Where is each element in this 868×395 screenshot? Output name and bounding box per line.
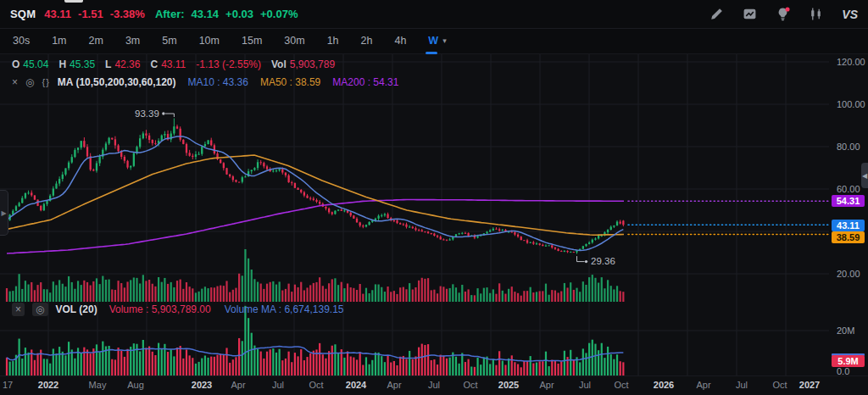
time-label: Oct bbox=[309, 380, 323, 390]
time-axis[interactable]: 172022MayAug2023AprJulOct2024AprJulOct20… bbox=[0, 376, 868, 395]
timeframe-1h[interactable]: 1h bbox=[316, 29, 350, 54]
high-price-annotation: 93.39 bbox=[135, 108, 159, 119]
high-value: 45.35 bbox=[70, 58, 95, 70]
time-label: Apr bbox=[539, 380, 554, 390]
price-badge: 54.31 bbox=[832, 195, 865, 207]
volume-tick: 20M bbox=[837, 325, 854, 336]
high-label: H bbox=[58, 58, 66, 70]
time-label: 2027 bbox=[799, 380, 820, 390]
time-label: Aug bbox=[127, 380, 144, 390]
time-label: 17 bbox=[3, 380, 13, 390]
after-hours-change: +0.03 bbox=[225, 8, 253, 20]
settings-icon[interactable]: ◎ bbox=[32, 303, 47, 316]
ma50-value: MA50 : 38.59 bbox=[260, 76, 320, 88]
time-label: Oct bbox=[463, 380, 477, 390]
price-tick: 20.00 bbox=[837, 269, 860, 279]
symbol-header: SQM 43.11 -1.51 -3.38% After: 43.14 +0.0… bbox=[0, 0, 868, 29]
ma200-value: MA200 : 54.31 bbox=[332, 76, 398, 88]
price-tick: 80.00 bbox=[837, 142, 860, 152]
timeframe-30m[interactable]: 30m bbox=[273, 29, 315, 54]
timeframe-4h[interactable]: 4h bbox=[383, 29, 417, 54]
open-value: 45.04 bbox=[23, 58, 48, 70]
time-label: 2022 bbox=[38, 380, 58, 390]
after-hours-price: 43.14 bbox=[192, 8, 220, 20]
timeframe-30s[interactable]: 30s bbox=[2, 29, 41, 54]
time-label: Apr bbox=[387, 380, 401, 390]
right-panel-toggle[interactable]: ◀ bbox=[861, 163, 868, 188]
close-icon[interactable]: × bbox=[12, 76, 18, 88]
timeframe-1m[interactable]: 1m bbox=[41, 29, 77, 54]
timeframe-2m[interactable]: 2m bbox=[78, 29, 114, 54]
timeframe-toolbar: 30s1m2m3m5m10m15m30m1h2h4hW▾ bbox=[0, 29, 868, 54]
change-value: -1.13 (-2.55%) bbox=[196, 58, 261, 70]
timeframe-w[interactable]: W bbox=[417, 29, 449, 54]
time-label: Apr bbox=[231, 380, 245, 390]
ma10-value: MA10 : 43.36 bbox=[188, 76, 248, 88]
ideas-icon[interactable] bbox=[776, 7, 790, 21]
chevron-left-icon: ◀ bbox=[862, 172, 867, 180]
volume-badge: 5.9M bbox=[832, 355, 865, 367]
close-icon[interactable]: × bbox=[12, 303, 25, 316]
time-label: 2026 bbox=[654, 380, 674, 390]
symbol-name[interactable]: SQM bbox=[10, 8, 36, 20]
timeframe-3m[interactable]: 3m bbox=[114, 29, 151, 54]
price-badge: 38.59 bbox=[832, 231, 865, 243]
low-value: 42.36 bbox=[114, 58, 140, 70]
chevron-right-icon: ▶ bbox=[1, 209, 6, 217]
trading-app-window: SQM 43.11 -1.51 -3.38% After: 43.14 +0.0… bbox=[0, 0, 868, 395]
time-label: 2023 bbox=[192, 380, 212, 390]
vol-label: Vol bbox=[271, 58, 287, 70]
vol-value: 5,903,789 bbox=[290, 58, 335, 70]
time-label: Oct bbox=[614, 380, 628, 390]
time-label: Jul bbox=[428, 380, 440, 390]
volume-ma-value: Volume MA : 6,674,139.15 bbox=[225, 303, 344, 315]
last-price: 43.11 bbox=[44, 8, 71, 20]
timeframe-2h[interactable]: 2h bbox=[350, 29, 384, 54]
code-braces-icon[interactable]: {} bbox=[42, 76, 50, 88]
time-label: 2025 bbox=[498, 380, 519, 390]
timeframe-15m[interactable]: 15m bbox=[231, 29, 273, 54]
time-label: Apr bbox=[696, 380, 710, 390]
price-tick: 120.00 bbox=[837, 57, 865, 67]
ma-indicator-legend: × ◎ {} MA (10,50,200,30,60,120) MA10 : 4… bbox=[12, 76, 398, 88]
price-change-pct: -3.38% bbox=[110, 8, 145, 20]
open-label: O bbox=[12, 58, 19, 70]
close-value: 43.11 bbox=[161, 58, 186, 70]
close-label: C bbox=[150, 58, 158, 70]
candlestick-chart-canvas[interactable]: 93.3929.36 bbox=[0, 54, 831, 376]
ohlc-legend: O 45.04 H 45.35 L 42.36 C 43.11 -1.13 (-… bbox=[12, 58, 345, 70]
time-label: Jul bbox=[579, 380, 591, 390]
price-tick: 100.00 bbox=[837, 99, 865, 109]
low-label: L bbox=[105, 58, 111, 70]
vol-title: VOL (20) bbox=[56, 303, 97, 315]
settings-icon[interactable]: ◎ bbox=[25, 76, 34, 88]
price-axis[interactable]: 120.00100.0080.0060.0020.0020M0.054.3143… bbox=[831, 54, 868, 376]
volume-indicator-legend: × ◎ VOL (20) Volume : 5,903,789.00 Volum… bbox=[12, 303, 343, 316]
price-tick: 60.00 bbox=[837, 184, 860, 194]
compare-button[interactable]: VS bbox=[842, 8, 858, 21]
chart-area[interactable]: 93.3929.36 O 45.04 H 45.35 L 42.36 C 43.… bbox=[0, 54, 868, 376]
top-tab-indicator bbox=[64, 0, 83, 3]
time-label: 2024 bbox=[346, 380, 366, 390]
time-label: Jul bbox=[736, 380, 748, 390]
chart-style-icon[interactable] bbox=[809, 7, 823, 21]
time-label: Oct bbox=[772, 380, 787, 390]
draw-icon[interactable] bbox=[709, 7, 724, 21]
price-badge: 43.11 bbox=[832, 220, 865, 231]
price-change: -1.51 bbox=[78, 8, 103, 20]
after-hours-label: After: bbox=[155, 8, 185, 20]
volume-value: Volume : 5,903,789.00 bbox=[109, 303, 211, 315]
low-price-annotation: 29.36 bbox=[591, 256, 615, 266]
left-panel-toggle[interactable]: ▶ bbox=[0, 190, 8, 236]
ma-title: MA (10,50,200,30,60,120) bbox=[58, 76, 176, 88]
time-label: May bbox=[89, 380, 107, 390]
time-label: Jul bbox=[272, 380, 284, 390]
timeframe-10m[interactable]: 10m bbox=[188, 29, 231, 54]
snapshot-icon[interactable] bbox=[743, 7, 757, 21]
after-hours-change-pct: +0.07% bbox=[260, 8, 298, 20]
timeframe-5m[interactable]: 5m bbox=[151, 29, 187, 54]
